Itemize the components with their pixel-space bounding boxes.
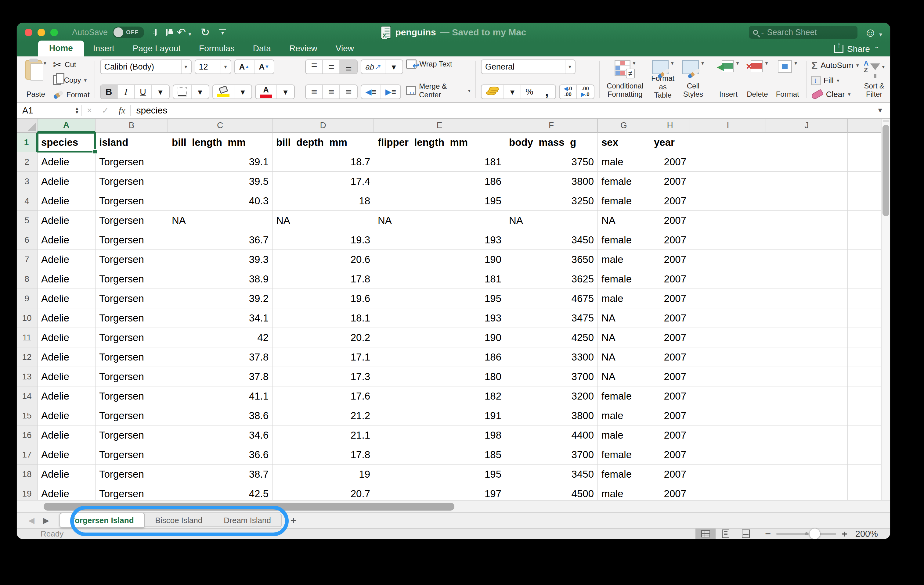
cell-B13[interactable]: Torgersen [96,367,168,386]
format-as-table-button[interactable]: ▾ Formatas Table [649,59,676,99]
wrap-text-button[interactable]: Wrap Text [406,59,470,69]
cell-empty[interactable] [766,425,848,445]
cell-empty[interactable] [848,152,881,172]
cell-empty[interactable] [690,328,766,348]
cell-B5[interactable]: Torgersen [96,211,168,230]
sheet-tab-biscoe-island[interactable]: Biscoe Island [145,514,214,527]
cell-empty[interactable] [848,465,881,484]
align-right-button[interactable]: ≡ [340,85,357,99]
column-header-f[interactable]: F [505,119,598,133]
feedback-smiley-button[interactable]: ☺ [864,26,882,40]
cell-A10[interactable]: Adelie [38,308,96,328]
cell-F9[interactable]: 4675 [505,289,598,308]
row-header-17[interactable]: 17 [17,445,38,465]
font-size-select[interactable]: 12 ▾ [195,59,231,74]
row-header-15[interactable]: 15 [17,406,38,425]
zoom-out-button[interactable]: − [765,528,771,539]
insert-function-button[interactable]: fx [114,105,130,115]
cell-B6[interactable]: Torgersen [96,230,168,250]
toolbar-more-button[interactable]: ▾ [219,29,226,36]
cell-G2[interactable]: male [598,152,650,172]
cell-empty[interactable] [848,386,881,406]
bold-button[interactable]: B [101,85,118,99]
cell-C16[interactable]: 34.6 [168,425,272,445]
row-header-18[interactable]: 18 [17,465,38,484]
cell-empty[interactable] [766,191,848,211]
cell-D18[interactable]: 19 [272,465,374,484]
cell-D1[interactable]: bill_depth_mm [272,133,374,152]
cell-empty[interactable] [690,152,766,172]
cell-F2[interactable]: 3750 [505,152,598,172]
cell-styles-dropdown-icon[interactable]: ▾ [701,60,704,66]
font-name-select[interactable]: Calibri (Body) ▾ [100,59,191,74]
cell-E11[interactable]: 190 [374,328,505,348]
cell-H4[interactable]: 2007 [650,191,690,211]
cell-H6[interactable]: 2007 [650,230,690,250]
insert-cells-button[interactable]: ◀ ▾ Insert [716,59,741,99]
row-header-14[interactable]: 14 [17,386,38,406]
paste-button[interactable]: ▾ Paste [23,59,48,99]
cell-H16[interactable]: 2007 [650,425,690,445]
cell-E13[interactable]: 180 [374,367,505,386]
cell-D6[interactable]: 19.3 [272,230,374,250]
cell-D15[interactable]: 21.2 [272,406,374,425]
cell-F13[interactable]: 3700 [505,367,598,386]
cell-empty[interactable] [690,308,766,328]
sort-filter-button[interactable]: AZ ▾ Sort &Filter [862,59,886,99]
cell-C7[interactable]: 39.3 [168,250,272,269]
cell-B10[interactable]: Torgersen [96,308,168,328]
cell-G14[interactable]: female [598,386,650,406]
expand-formula-bar-icon[interactable]: ▼ [877,106,883,114]
cell-empty[interactable] [766,367,848,386]
cell-B3[interactable]: Torgersen [96,172,168,191]
share-button[interactable]: Share ⌃ [834,44,880,54]
cell-F3[interactable]: 3800 [505,172,598,191]
cell-empty[interactable] [848,348,881,367]
fill-button[interactable]: Fill ▾ [812,76,859,86]
autosum-button[interactable]: Σ AutoSum ▾ [812,59,859,71]
cell-empty[interactable] [848,211,881,230]
cell-H19[interactable]: 2007 [650,484,690,500]
row-header-12[interactable]: 12 [17,348,38,367]
cell-H13[interactable]: 2007 [650,367,690,386]
decrease-font-size-button[interactable]: A▼ [254,60,274,74]
cell-B18[interactable]: Torgersen [96,465,168,484]
cell-H8[interactable]: 2007 [650,269,690,289]
cell-B4[interactable]: Torgersen [96,191,168,211]
cell-G9[interactable]: male [598,289,650,308]
cell-empty[interactable] [690,348,766,367]
cell-A1[interactable]: species [38,133,96,152]
collapse-ribbon-icon[interactable]: ⌃ [874,46,880,53]
cell-H5[interactable]: 2007 [650,211,690,230]
cell-empty[interactable] [690,484,766,500]
cell-empty[interactable] [848,484,881,500]
fill-dropdown-icon[interactable]: ▾ [837,77,840,84]
cell-F18[interactable]: 3450 [505,465,598,484]
align-bottom-button[interactable]: = [340,60,357,74]
cell-empty[interactable] [766,328,848,348]
cell-H3[interactable]: 2007 [650,172,690,191]
cell-empty[interactable] [848,308,881,328]
next-sheet-icon[interactable]: ▶ [40,516,52,525]
column-header-b[interactable]: B [96,119,168,133]
cell-B2[interactable]: Torgersen [96,152,168,172]
cell-A4[interactable]: Adelie [38,191,96,211]
cell-D13[interactable]: 17.3 [272,367,374,386]
cell-G17[interactable]: female [598,445,650,465]
column-header-h[interactable]: H [650,119,690,133]
new-workbook-button[interactable] [155,30,157,35]
delete-dropdown-icon[interactable]: ▾ [765,60,768,66]
cell-B9[interactable]: Torgersen [96,289,168,308]
cell-C14[interactable]: 41.1 [168,386,272,406]
cell-empty[interactable] [766,133,848,152]
cell-G19[interactable]: male [598,484,650,500]
cell-empty[interactable] [766,250,848,269]
vertical-split-handle[interactable] [883,120,889,122]
cell-G11[interactable]: NA [598,328,650,348]
ribbon-tab-review[interactable]: Review [280,41,327,56]
cell-H17[interactable]: 2007 [650,445,690,465]
cell-B8[interactable]: Torgersen [96,269,168,289]
cell-B7[interactable]: Torgersen [96,250,168,269]
accounting-format-button[interactable] [482,85,504,99]
cell-C3[interactable]: 39.5 [168,172,272,191]
